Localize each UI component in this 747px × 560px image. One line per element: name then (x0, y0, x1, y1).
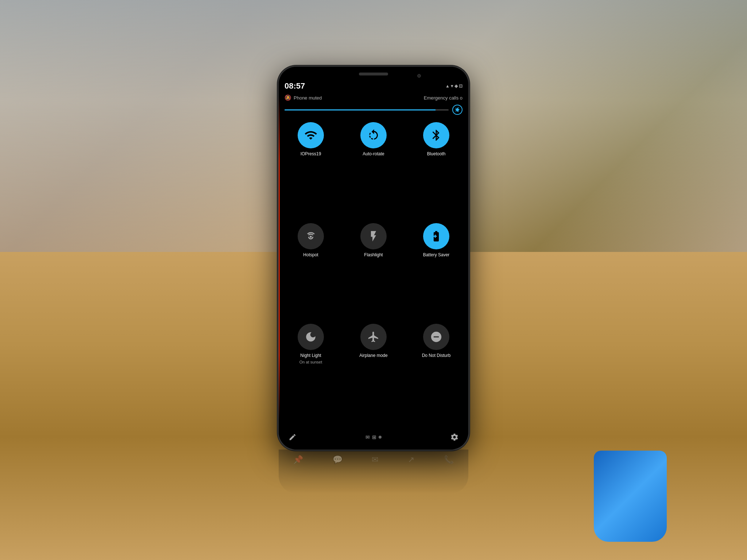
moon-icon (305, 331, 317, 343)
phone-body: 08:57 ▲ ▾ ◈ ⊡ 🔕 Phone muted Emergency ca… (279, 67, 468, 450)
brightness-row (279, 103, 468, 118)
battery-saver-tile-label: Battery Saver (423, 252, 450, 258)
brightness-slider[interactable] (285, 109, 449, 110)
notification-icon: ✉ (365, 434, 370, 440)
battery-saver-icon (430, 230, 442, 242)
speaker-grille (359, 73, 388, 75)
quick-settings-grid: IOPress19 Auto-rotate (279, 118, 468, 427)
plant-pot (594, 451, 667, 542)
phone-reflection: 📌 💬 ✉ ↗ 📞 (279, 450, 468, 493)
settings-button[interactable] (448, 431, 461, 444)
reflection-icon-2: 💬 (333, 455, 342, 464)
status-bar: 08:57 ▲ ▾ ◈ ⊡ (279, 78, 468, 92)
airplane-tile-icon[interactable] (360, 324, 387, 350)
auto-rotate-tile-icon[interactable] (360, 122, 387, 148)
mute-icon: 🔕 (285, 94, 291, 101)
tile-flashlight[interactable]: Flashlight (345, 223, 402, 317)
dnd-tile-icon[interactable] (423, 324, 449, 350)
tile-do-not-disturb[interactable]: Do Not Disturb (408, 324, 465, 423)
dnd-tile-label: Do Not Disturb (422, 353, 451, 359)
phone-muted-indicator: 🔕 Phone muted (285, 94, 322, 101)
hotspot-tile-icon[interactable] (298, 223, 324, 249)
status-icons-right: ▲ ▾ ◈ ⊡ (445, 83, 462, 89)
wifi-tile-icon[interactable] (298, 122, 324, 148)
bluetooth-tile-icon[interactable] (423, 122, 449, 148)
tile-wifi[interactable]: IOPress19 (282, 122, 339, 216)
bottom-bar: ✉ ⊞ (279, 427, 468, 450)
airplane-tile-label: Airplane mode (359, 353, 387, 359)
edit-button[interactable] (286, 431, 299, 444)
reflection-icon-5: 📞 (444, 455, 454, 464)
rotate-icon (367, 129, 380, 142)
reflection-icon-4: ↗ (408, 455, 414, 464)
tile-hotspot[interactable]: Hotspot (282, 223, 339, 317)
tile-night-light[interactable]: Night Light On at sunset (282, 324, 339, 423)
dot-indicator (379, 436, 382, 439)
status-icons-bottom: ✉ ⊞ (365, 434, 382, 440)
night-light-tile-label: Night Light (300, 353, 321, 359)
flashlight-icon (367, 230, 380, 242)
dnd-icon (430, 331, 442, 343)
reflection-icon-3: ✉ (372, 455, 378, 464)
wifi-tile-label: IOPress19 (301, 151, 321, 157)
emergency-label: Emergency calls o (424, 95, 462, 101)
clock: 08:57 (285, 81, 305, 91)
wifi-icon (304, 129, 317, 142)
tile-battery-saver[interactable]: Battery Saver (408, 223, 465, 317)
pencil-icon (289, 433, 297, 441)
bluetooth-tile-label: Bluetooth (427, 151, 446, 157)
mute-label: Phone muted (294, 95, 322, 101)
reflection-icon-1: 📌 (293, 455, 303, 464)
front-camera (417, 74, 421, 78)
night-light-tile-sublabel: On at sunset (299, 359, 322, 365)
brightness-icon[interactable] (452, 105, 462, 115)
grid-icon: ⊞ (372, 434, 376, 440)
battery-saver-tile-icon[interactable] (423, 223, 449, 249)
flashlight-tile-icon[interactable] (360, 223, 387, 249)
tile-airplane-mode[interactable]: Airplane mode (345, 324, 402, 423)
tile-bluetooth[interactable]: Bluetooth (408, 122, 465, 216)
phone-top-bar (279, 67, 468, 78)
settings-icon (450, 433, 459, 442)
flashlight-tile-label: Flashlight (364, 252, 383, 258)
auto-rotate-tile-label: Auto-rotate (363, 151, 384, 157)
hotspot-tile-label: Hotspot (303, 252, 318, 258)
notification-row: 🔕 Phone muted Emergency calls o (279, 92, 468, 103)
night-light-tile-icon[interactable] (298, 324, 324, 350)
phone-device: 08:57 ▲ ▾ ◈ ⊡ 🔕 Phone muted Emergency ca… (279, 67, 468, 493)
airplane-icon (367, 331, 380, 343)
tile-auto-rotate[interactable]: Auto-rotate (345, 122, 402, 216)
brightness-sun-icon (454, 106, 461, 113)
hotspot-icon (305, 230, 317, 242)
phone-screen: 08:57 ▲ ▾ ◈ ⊡ 🔕 Phone muted Emergency ca… (279, 67, 468, 450)
bluetooth-icon (430, 129, 443, 142)
